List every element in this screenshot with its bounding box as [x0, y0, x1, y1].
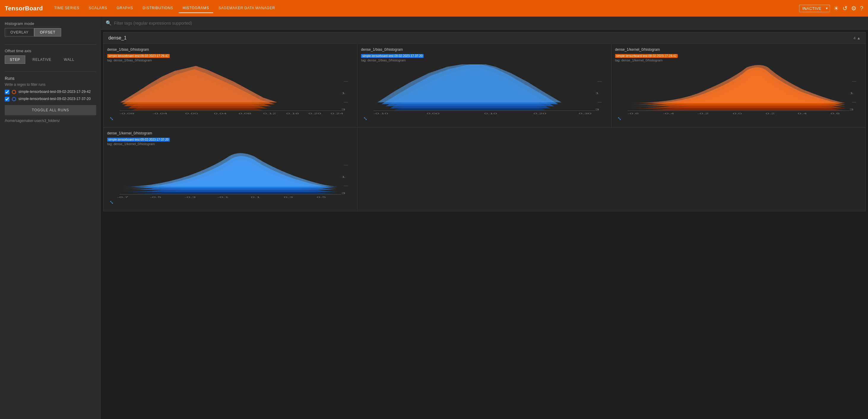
main-layout: Histogram mode OVERLAY OFFSET Offset tim…	[0, 17, 868, 419]
expand-icon-1[interactable]: ⤡	[110, 116, 114, 121]
nav-item-distributions[interactable]: DISTRIBUTIONS	[138, 4, 177, 13]
svg-text:–: –	[344, 184, 348, 187]
chart-4-svg: – 1 – 3 -0.7 -0.5 -0.3 -0.1 0.1 0.3 0.5	[107, 148, 353, 198]
chart-3-title: dense_1/kernel_0/histogram	[615, 47, 862, 52]
svg-text:-0.08: -0.08	[120, 112, 134, 115]
svg-text:0.3: 0.3	[284, 196, 293, 198]
svg-text:1: 1	[595, 92, 599, 95]
svg-text:0.00: 0.00	[185, 112, 198, 115]
svg-text:–: –	[597, 80, 602, 83]
svg-text:–: –	[597, 101, 602, 103]
svg-text:-0.3: -0.3	[184, 196, 196, 198]
svg-text:-0.4: -0.4	[662, 112, 674, 115]
chart-1-badge: simple-tensorboard-test-09-02-2023-17-29…	[107, 54, 170, 58]
axis-buttons: STEP RELATIVE WALL	[5, 56, 96, 64]
svg-text:-0.2: -0.2	[697, 112, 709, 115]
svg-text:0.24: 0.24	[331, 112, 343, 115]
svg-text:0.5: 0.5	[317, 196, 326, 198]
run-1-label: simple-tensorboard-test-09-02-2023-17-29…	[19, 90, 91, 94]
svg-text:–: –	[344, 101, 348, 103]
svg-text:0.2: 0.2	[766, 112, 775, 115]
svg-text:–: –	[852, 101, 857, 103]
offset-time-axis-label: Offset time axis	[5, 49, 96, 53]
svg-text:0.20: 0.20	[308, 112, 321, 115]
chart-2: dense_1/bias_0/histogram simple-tensorbo…	[358, 44, 611, 128]
chart-4-badge: simple-tensorboard-test-09-02-2023-17-37…	[107, 138, 170, 141]
run-1-color	[12, 90, 16, 94]
offset-button[interactable]: OFFSET	[34, 28, 61, 36]
logo: TensorBoard	[5, 5, 43, 12]
runs-label: Runs	[5, 76, 96, 81]
divider-2	[5, 71, 96, 72]
charts-grid: dense_1/bias_0/histogram simple-tensorbo…	[103, 44, 865, 211]
toggle-all-button[interactable]: TOGGLE ALL RUNS	[5, 105, 96, 115]
wall-button[interactable]: WALL	[59, 56, 79, 64]
svg-text:3: 3	[595, 108, 599, 111]
svg-text:3: 3	[849, 108, 854, 111]
chevron-up-icon[interactable]: ▲	[857, 36, 861, 40]
filter-input[interactable]	[114, 21, 863, 26]
svg-text:–: –	[344, 80, 348, 83]
svg-text:-0.04: -0.04	[152, 112, 167, 115]
svg-text:-0.6: -0.6	[627, 112, 639, 115]
chart-4-tag: tag: dense_1/kernel_0/histogram	[107, 142, 353, 146]
relative-button[interactable]: RELATIVE	[28, 56, 57, 64]
section-name: dense_1	[108, 35, 126, 41]
svg-text:0.04: 0.04	[214, 112, 227, 115]
expand-icon-3[interactable]: ⤡	[617, 116, 621, 121]
chart-3-badge: simple-tensorboard-test-09-02-2023-17-29…	[615, 54, 678, 58]
nav-item-scalars[interactable]: SCALARS	[85, 4, 111, 13]
settings-icon[interactable]: ⚙	[851, 5, 857, 12]
section-count-value: 4	[854, 36, 856, 40]
nav-item-histograms[interactable]: HISTOGRAMS	[179, 4, 213, 13]
step-button[interactable]: STEP	[5, 56, 25, 64]
chart-3-svg: – 1 – 3 -0.6 -0.4 -0.2 0.0 0.2 0.4 0.6	[615, 64, 862, 115]
header-right: INACTIVE ACTIVE ▾ ☀ ↺ ⚙ ?	[799, 5, 863, 12]
chart-4-title: dense_1/kernel_0/histogram	[107, 131, 353, 135]
run-1-checkbox[interactable]	[5, 90, 9, 94]
svg-text:0.12: 0.12	[263, 112, 276, 115]
svg-text:-0.10: -0.10	[373, 112, 388, 115]
run-2-color	[12, 97, 16, 101]
svg-text:0.08: 0.08	[239, 112, 251, 115]
svg-text:0.20: 0.20	[534, 112, 547, 115]
chart-1-tag: tag: dense_1/bias_0/histogram	[107, 59, 353, 62]
nav-item-graphs[interactable]: GRAPHS	[113, 4, 137, 13]
svg-text:1: 1	[341, 92, 345, 95]
content: 🔍 dense_1 4 ▲ dense_1/bias_0/histogram s…	[101, 17, 868, 419]
svg-text:0.00: 0.00	[427, 112, 440, 115]
chart-1-title: dense_1/bias_0/histogram	[107, 47, 353, 52]
section-header: dense_1 4 ▲	[103, 32, 865, 44]
chart-3: dense_1/kernel_0/histogram simple-tensor…	[612, 44, 865, 128]
svg-text:0.0: 0.0	[733, 112, 742, 115]
svg-text:0.10: 0.10	[484, 112, 497, 115]
nav-item-sagemaker-data-manager[interactable]: SAGEMAKER DATA MANAGER	[214, 4, 279, 13]
svg-text:1: 1	[849, 92, 854, 95]
refresh-icon[interactable]: ↺	[842, 5, 847, 12]
theme-icon[interactable]: ☀	[834, 5, 839, 12]
chart-2-area: – 1 – 3 -0.10 0.00 0.10 0.20 0.30 ⤡	[361, 64, 607, 124]
nav: TIME SERIESSCALARSGRAPHSDISTRIBUTIONSHIS…	[50, 4, 792, 13]
svg-text:1: 1	[341, 175, 345, 178]
chart-2-tag: tag: dense_1/bias_0/histogram	[361, 59, 607, 62]
nav-item-time-series[interactable]: TIME SERIES	[50, 4, 84, 13]
expand-icon-2[interactable]: ⤡	[363, 116, 367, 121]
svg-text:-0.1: -0.1	[217, 196, 228, 198]
svg-text:3: 3	[341, 192, 345, 195]
header: TensorBoard TIME SERIESSCALARSGRAPHSDIST…	[0, 0, 868, 17]
chart-3-tag: tag: dense_1/kernel_0/histogram	[615, 59, 862, 62]
expand-icon-4[interactable]: ⤡	[110, 199, 114, 205]
chart-2-title: dense_1/bias_0/histogram	[361, 47, 607, 52]
svg-text:0.1: 0.1	[251, 196, 260, 198]
chart-1: dense_1/bias_0/histogram simple-tensorbo…	[103, 44, 358, 128]
histogram-mode-label: Histogram mode	[5, 21, 96, 26]
overlay-button[interactable]: OVERLAY	[5, 28, 34, 36]
help-icon[interactable]: ?	[860, 5, 863, 12]
search-icon: 🔍	[106, 20, 112, 26]
run-2-checkbox[interactable]	[5, 97, 9, 101]
chart-1-svg: – 1 – 3 -0.08 -0.04 0.00 0.04 0.08 0.12 …	[107, 64, 353, 115]
status-dropdown[interactable]: INACTIVE ACTIVE	[799, 5, 830, 12]
svg-text:0.4: 0.4	[798, 112, 807, 115]
mode-buttons: OVERLAY OFFSET	[5, 28, 96, 36]
chart-4-area: – 1 – 3 -0.7 -0.5 -0.3 -0.1 0.1 0.3 0.5	[107, 148, 353, 207]
